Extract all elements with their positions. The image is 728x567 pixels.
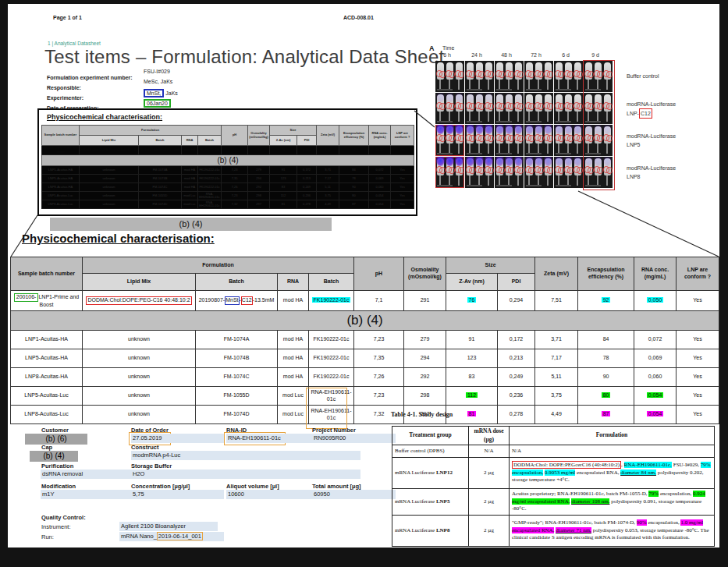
figure-row-label-line: LNP8 (627, 172, 697, 181)
text-segment: mRNA Luciferase (395, 527, 436, 533)
roi-circle (577, 71, 583, 78)
table-cell: mod HA (278, 331, 309, 349)
roi-circle (508, 103, 514, 110)
table-cell: FK190222-01c (198, 175, 222, 183)
roi-circle (547, 103, 553, 110)
table-cell: 292 (248, 183, 270, 192)
table-cell: mod HA (182, 175, 198, 183)
image-caption-strip (526, 89, 542, 90)
image-caption-strip (437, 185, 453, 186)
table-cell: mod Luc (182, 192, 198, 200)
column-header: Zeta (mV) (535, 257, 578, 291)
table-row: LNP1-Acuitas-HAunknownFM-1074Amod HAFK19… (11, 331, 719, 349)
mouse-tail (577, 175, 578, 186)
table-cell: Yes (677, 406, 719, 424)
mouse-image-cell (435, 93, 464, 124)
table-cell: FM-1074A (139, 166, 182, 175)
roi-circle (499, 103, 505, 110)
timepoint-label: 24 h (462, 52, 492, 58)
table-cell: 123 (270, 175, 297, 183)
bioluminescence-signal (574, 125, 582, 134)
table-cell: 80 (339, 192, 369, 200)
mouse-tail (517, 175, 519, 186)
highlighted-text: 90% (637, 519, 647, 526)
table-cell: 294 (404, 349, 446, 368)
roi-circle (528, 103, 534, 110)
mouse-image-cell (495, 93, 524, 124)
bioluminescence-signal (555, 125, 563, 134)
table-cell: 0,172 (498, 331, 535, 349)
table-row: LNP5-Acuitas-HAunknownFM-1074Bmod HAFK19… (42, 175, 414, 183)
timepoint-label: 6 h (432, 52, 462, 58)
table-row: LNP8-Acuitas-LucunknownFM-1074Dmod LucRN… (11, 406, 719, 424)
table-cell: 0,236 (498, 387, 535, 406)
table-cell: 84 (578, 331, 634, 349)
roi-circle (439, 71, 446, 78)
treatment-group-cell: mRNA Luciferase LNP12 (392, 458, 469, 489)
roi-circle (558, 167, 564, 174)
column-header: Batch (309, 274, 354, 291)
table-cell: unknown (83, 349, 196, 368)
formulation-cell: N/A (510, 445, 715, 458)
rna-batch-cell: FK190222-01c (309, 291, 354, 311)
column-header: Z-Av (nm) (270, 136, 297, 146)
column-header: Treatment group (392, 427, 469, 445)
table-cell: mod HA (182, 166, 198, 175)
roi-circle (439, 135, 446, 142)
mouse-tail (547, 112, 549, 122)
table-cell: 0,060 (369, 183, 391, 192)
bioluminescence-signal (534, 157, 543, 166)
qc-run-label: Run: (41, 533, 54, 540)
mouse-tail (517, 144, 519, 154)
bioluminescence-signal (485, 125, 493, 134)
mouse-tail (517, 112, 519, 122)
magenta-highlight: 87 (602, 411, 611, 416)
table-cell: 83 (270, 183, 297, 192)
inset-mini-table: Sample batch numberFormulationpHOsmolali… (41, 125, 414, 209)
order-field-label: Cap (41, 444, 52, 451)
column-header: LNP are conform ? (391, 126, 414, 146)
formulation-cell: "GMP-ready"; RNA-EH190611-01c, batch FM-… (510, 516, 715, 547)
bioluminescence-signal (466, 125, 474, 134)
physicochemical-table: Sample batch numberFormulationpHOsmolali… (10, 257, 719, 424)
orange-highlight-box (306, 388, 347, 429)
column-header: mRNA dose (µg) (469, 427, 510, 445)
roi-circle (478, 167, 485, 174)
metadata-value: 06Jan20 (144, 99, 171, 108)
table-cell: FK190222-01c (198, 166, 222, 175)
bioluminescence-signal (574, 157, 582, 166)
highlighted-text: 79% (648, 491, 659, 497)
green-highlight: 80 (602, 392, 611, 398)
table-cell: mod Luc (278, 387, 309, 406)
bioluminescence-signal (475, 157, 484, 166)
timepoint-label: 72 h (521, 52, 551, 58)
table-row: LNP5-Acuitas-HAunknownFM-1074Bmod HAFK19… (11, 349, 719, 368)
roi-circle (558, 135, 564, 142)
bioluminescence-signal (514, 125, 523, 134)
table-cell: unknown (83, 387, 196, 406)
image-caption-strip (467, 89, 482, 90)
table-cell: 5,11 (535, 368, 578, 387)
redacted-cell: 291 (248, 146, 270, 155)
mouse-image-cell (554, 61, 583, 92)
table-cell: unknown (80, 200, 139, 209)
bold-text: LNP5 (436, 498, 450, 505)
cyan-highlight: 92 (602, 297, 611, 303)
image-caption-strip (556, 153, 571, 154)
mouse-image-cell (524, 93, 553, 124)
table-cell: FM-1074D (196, 406, 278, 424)
table-cell: LNP8-Acuitas-Luc (42, 200, 80, 209)
red-column-highlight (583, 60, 615, 190)
bioluminescence-signal (455, 93, 463, 102)
table-cell: 3,75 (535, 387, 578, 406)
mouse-tail (577, 112, 578, 122)
table-cell: Yes (391, 200, 414, 209)
order-field-value: modmRNA p4-Luc (131, 451, 360, 460)
table-cell: unknown (83, 406, 196, 424)
column-header: Formulation (510, 427, 715, 445)
table-row: LNP1-Acuitas-HAunknownFM-1074Amod HAFK19… (42, 166, 414, 175)
table-cell: 81 (446, 406, 498, 424)
cyan-highlight: FK190222-01c (312, 297, 351, 303)
inset-title: Physicochemical characterisation: (47, 113, 162, 121)
mouse-imaging-figure: A Time 6 h24 h48 h72 h6 d9 dBuffer contr… (428, 43, 716, 193)
